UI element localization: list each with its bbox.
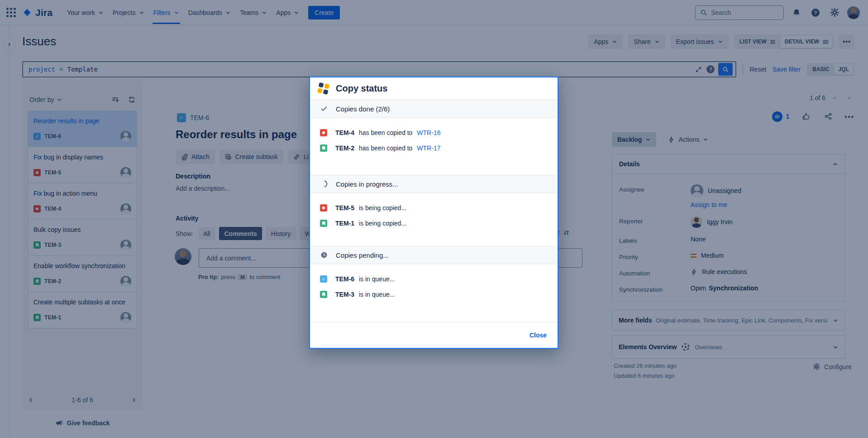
story-type-icon — [320, 291, 327, 298]
bug-type-icon — [320, 204, 327, 212]
copies-in-progress-rows: TEM-5 is being copied... TEM-1 is being … — [310, 193, 558, 246]
close-button[interactable]: Close — [529, 332, 547, 339]
modal-footer: Close — [310, 322, 558, 348]
copy-app-icon — [317, 82, 330, 95]
jira-app: Jira Your work Projects Filters Dashboar… — [0, 0, 868, 438]
copied-issue-link[interactable]: WTR-16 — [417, 129, 440, 136]
copy-status-modal: Copy status Copies done (2/6) TEM-4 has … — [309, 77, 558, 349]
copies-pending-section-header: Copies pending... — [310, 246, 558, 264]
bug-type-icon — [320, 129, 327, 136]
copy-row-tem-1: TEM-1 is being copied... — [320, 217, 548, 229]
copy-row-tem-2: TEM-2 has been copied to WTR-17 — [320, 142, 548, 154]
story-type-icon — [320, 144, 327, 152]
copy-row-tem-5: TEM-5 is being copied... — [320, 202, 548, 214]
copy-row-tem-3: TEM-3 is in queue... — [320, 289, 548, 300]
copies-pending-rows: TEM-6 is in queue... TEM-3 is in queue..… — [310, 264, 558, 321]
copies-done-rows: TEM-4 has been copied to WTR-16 TEM-2 ha… — [310, 118, 558, 175]
clock-icon — [320, 251, 328, 259]
modal-header: Copy status — [310, 77, 558, 100]
story-type-icon — [320, 220, 327, 227]
copied-issue-link[interactable]: WTR-17 — [417, 144, 440, 152]
spinner-icon — [320, 180, 328, 188]
copy-row-tem-6: TEM-6 is in queue... — [320, 273, 548, 285]
copies-in-progress-section-header: Copies in progress... — [310, 175, 558, 193]
task-type-icon — [320, 275, 327, 283]
copies-done-section-header: Copies done (2/6) — [310, 100, 558, 118]
check-icon — [320, 105, 328, 112]
modal-title: Copy status — [336, 83, 387, 94]
copy-row-tem-4: TEM-4 has been copied to WTR-16 — [320, 127, 548, 139]
